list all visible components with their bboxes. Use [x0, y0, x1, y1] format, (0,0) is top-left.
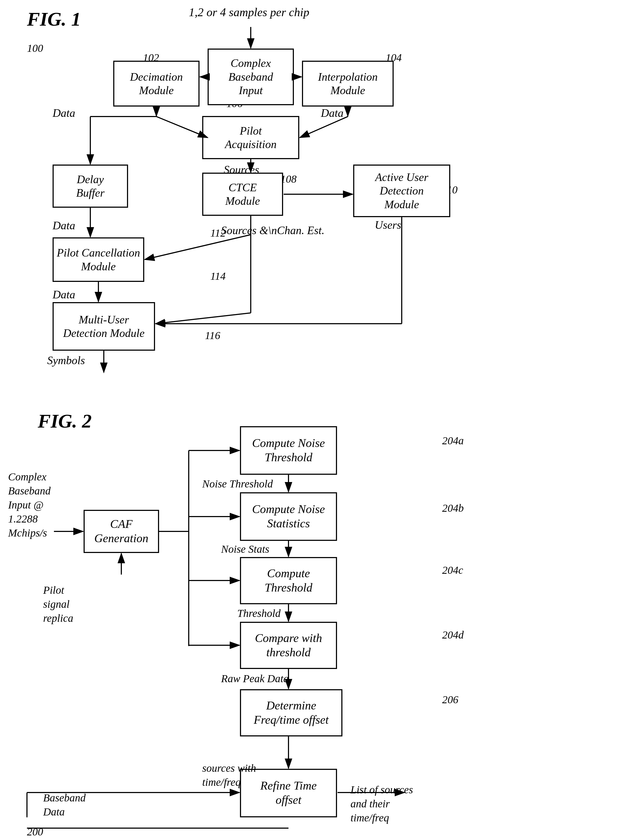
label-sources: Sources: [224, 163, 259, 176]
raw-peak-data-label: Raw Peak Data: [221, 672, 289, 685]
interpolation-module-box: Interpolation Module: [302, 61, 393, 107]
svg-line-9: [300, 116, 348, 137]
pilot-cancellation-box: Pilot Cancellation Module: [53, 237, 144, 282]
noise-stats-label: Noise Stats: [221, 543, 269, 555]
label-data-4: Data: [53, 288, 75, 301]
fig1-header-label: 1,2 or 4 samples per chip: [189, 5, 309, 19]
compute-threshold-box: Compute Threshold: [240, 557, 337, 604]
ctce-module-box: CTCE Module: [202, 173, 283, 216]
svg-line-19: [156, 313, 251, 324]
decimation-module-box: Decimation Module: [113, 61, 200, 107]
active-user-detection-box: Active User Detection Module: [353, 165, 450, 217]
ref-114: 114: [210, 270, 226, 283]
caf-generation-box: CAF Generation: [84, 510, 159, 553]
pilot-signal-replica-label: Pilot signal replica: [43, 569, 73, 625]
svg-line-7: [156, 116, 207, 137]
baseband-data-label: Baseband Data: [43, 777, 86, 819]
label-symbols: Symbols: [47, 354, 85, 367]
threshold-label: Threshold: [237, 607, 281, 620]
delay-buffer-box: Delay Buffer: [53, 165, 128, 208]
compare-with-threshold-box: Compare with threshold: [240, 622, 337, 669]
fig2-title: FIG. 2: [38, 410, 91, 432]
svg-line-16: [145, 235, 251, 260]
ref-204b: 204b: [442, 502, 464, 515]
label-data-3: Data: [53, 219, 75, 232]
label-users: Users: [375, 218, 401, 231]
sources-with-time-freq-label: sources with time/freq: [202, 747, 256, 789]
ref-116: 116: [205, 329, 220, 342]
compute-noise-threshold-box: Compute Noise Threshold: [240, 426, 337, 475]
ref-100: 100: [27, 42, 43, 55]
complex-baseband-input-box: Complex Baseband Input: [207, 49, 294, 105]
multi-user-detection-box: Multi-User Detection Module: [53, 302, 155, 351]
ref-200: 200: [27, 825, 43, 838]
ref-206: 206: [442, 693, 458, 706]
complex-baseband-input-label: Complex Baseband Input @ 1.2288 Mchips/s: [8, 456, 51, 540]
ref-204a: 204a: [442, 434, 464, 447]
noise-threshold-label: Noise Threshold: [202, 478, 273, 490]
pilot-acquisition-box: Pilot Acquisition: [202, 116, 299, 159]
label-data-1: Data: [53, 107, 75, 119]
determine-freq-time-box: Determine Freq/time offset: [240, 689, 342, 736]
label-data-2: Data: [321, 107, 343, 119]
list-of-sources-label: List of sources and their time/freq: [351, 769, 413, 825]
ref-204c: 204c: [442, 564, 463, 576]
ref-204d: 204d: [442, 629, 464, 641]
label-sources-chan: Sources &\nChan. Est.: [221, 224, 324, 237]
fig1-title: FIG. 1: [27, 8, 81, 31]
compute-noise-statistics-box: Compute Noise Statistics: [240, 492, 337, 541]
